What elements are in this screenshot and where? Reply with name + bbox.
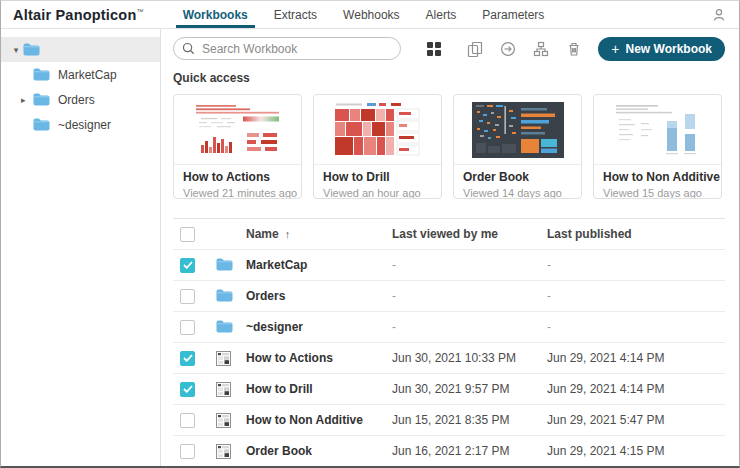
thumbnail-order-book <box>454 95 581 165</box>
user-account-icon[interactable] <box>711 7 727 23</box>
card-order-book[interactable]: Order Book Viewed 14 days ago <box>453 94 582 199</box>
new-workbook-label: New Workbook <box>626 42 712 56</box>
card-how-to-actions[interactable]: How to Actions Viewed 21 minutes ago <box>173 94 302 199</box>
folder-icon <box>33 118 50 131</box>
row-last-published: - <box>547 289 725 303</box>
card-viewed-time: Viewed an hour ago <box>323 187 432 199</box>
workbook-icon <box>216 413 231 428</box>
row-checkbox[interactable] <box>180 258 195 273</box>
delete-icon[interactable] <box>566 41 582 57</box>
caret-down-icon[interactable]: ▾ <box>9 45 23 55</box>
row-checkbox[interactable] <box>180 320 195 335</box>
thumbnail-how-to-drill <box>314 95 441 165</box>
table-row-how-to-drill[interactable]: How to Drill Jun 30, 2021 9:57 PM Jun 29… <box>173 374 725 405</box>
sidebar-item-marketcap[interactable]: MarketCap <box>1 62 160 87</box>
sort-ascending-icon[interactable]: ↑ <box>285 228 291 240</box>
row-name[interactable]: Order Book <box>246 444 392 458</box>
column-header-name[interactable]: Name↑ <box>246 227 392 241</box>
card-viewed-time: Viewed 14 days ago <box>463 187 572 199</box>
column-header-last-published[interactable]: Last published <box>547 227 725 241</box>
top-navigation-bar: Altair Panopticon™ Workbooks Extracts We… <box>1 1 739 29</box>
card-title: How to Actions <box>183 170 292 184</box>
row-name[interactable]: How to Non Additive <box>246 413 392 427</box>
quick-access-cards: How to Actions Viewed 21 minutes ago <box>173 94 725 199</box>
workbooks-table: Name↑ Last viewed by me Last published M… <box>173 218 725 467</box>
table-row-how-to-actions[interactable]: How to Actions Jun 30, 2021 10:33 PM Jun… <box>173 343 725 374</box>
table-row-orders[interactable]: Orders - - <box>173 281 725 312</box>
new-workbook-button[interactable]: + New Workbook <box>598 37 725 61</box>
toolbar-icon-group <box>426 41 582 57</box>
folder-icon <box>216 320 233 333</box>
main-nav-tabs: Workbooks Extracts Webhooks Alerts Param… <box>170 1 558 28</box>
row-name[interactable]: How to Actions <box>246 351 392 365</box>
table-row-how-to-non-additive[interactable]: How to Non Additive Jun 15, 2021 8:35 PM… <box>173 405 725 436</box>
row-name[interactable]: MarketCap <box>246 258 392 272</box>
row-checkbox[interactable] <box>180 351 195 366</box>
folder-icon <box>216 289 233 302</box>
row-checkbox[interactable] <box>180 382 195 397</box>
row-checkbox[interactable] <box>180 444 195 459</box>
row-name[interactable]: ~designer <box>246 320 392 334</box>
tab-parameters[interactable]: Parameters <box>469 1 557 28</box>
table-row-order-book[interactable]: Order Book Jun 16, 2021 2:17 PM Jun 29, … <box>173 436 725 467</box>
folder-icon <box>216 258 233 271</box>
row-last-published: - <box>547 258 725 272</box>
plus-icon: + <box>611 42 619 56</box>
row-last-viewed: Jun 30, 2021 9:57 PM <box>392 382 547 396</box>
row-name[interactable]: Orders <box>246 289 392 303</box>
thumbnail-how-to-non-additive <box>594 95 721 165</box>
sidebar-item-label: Orders <box>58 93 95 107</box>
workbook-icon <box>216 351 231 366</box>
card-title: How to Non Additive <box>603 170 712 184</box>
tab-extracts[interactable]: Extracts <box>261 1 330 28</box>
workbook-icon <box>216 382 231 397</box>
move-to-icon[interactable] <box>500 41 516 57</box>
row-last-viewed: - <box>392 258 547 272</box>
sidebar-item-root-folder[interactable]: ▾ <box>1 37 160 62</box>
folder-icon <box>33 93 50 106</box>
folder-tree-sidebar: ▾ MarketCap ▸ <box>1 29 161 467</box>
row-last-viewed: - <box>392 289 547 303</box>
search-input[interactable] <box>202 42 392 56</box>
row-name[interactable]: How to Drill <box>246 382 392 396</box>
trademark-symbol: ™ <box>136 8 143 15</box>
quick-access-section: Quick access <box>161 61 739 199</box>
row-last-published: - <box>547 320 725 334</box>
row-last-published: Jun 29, 2021 4:15 PM <box>547 444 725 458</box>
search-icon <box>182 42 195 55</box>
row-last-viewed: Jun 30, 2021 10:33 PM <box>392 351 547 365</box>
row-last-viewed: - <box>392 320 547 334</box>
caret-right-icon[interactable]: ▸ <box>21 95 33 105</box>
quick-access-title: Quick access <box>173 71 725 85</box>
tab-workbooks[interactable]: Workbooks <box>170 1 261 28</box>
row-last-viewed: Jun 16, 2021 2:17 PM <box>392 444 547 458</box>
folder-icon <box>23 43 40 56</box>
sidebar-item-label: ~designer <box>58 118 111 132</box>
tab-alerts[interactable]: Alerts <box>413 1 470 28</box>
workbooks-toolbar: + New Workbook <box>161 29 739 61</box>
table-header-row: Name↑ Last viewed by me Last published <box>173 219 725 250</box>
sidebar-item-label: MarketCap <box>58 68 117 82</box>
table-row-marketcap[interactable]: MarketCap - - <box>173 250 725 281</box>
table-row-designer[interactable]: ~designer - - <box>173 312 725 343</box>
copy-icon[interactable] <box>467 41 483 57</box>
row-checkbox[interactable] <box>180 413 195 428</box>
card-title: Order Book <box>463 170 572 184</box>
card-how-to-non-additive[interactable]: How to Non Additive Viewed 15 days ago <box>593 94 722 199</box>
hierarchy-icon[interactable] <box>533 41 549 57</box>
row-checkbox[interactable] <box>180 289 195 304</box>
app-logo-text: Altair Panopticon <box>13 7 136 23</box>
sidebar-item-orders[interactable]: ▸ Orders <box>1 87 160 112</box>
sidebar-item-designer[interactable]: ~designer <box>1 112 160 137</box>
column-header-last-viewed[interactable]: Last viewed by me <box>392 227 547 241</box>
tab-webhooks[interactable]: Webhooks <box>330 1 412 28</box>
select-all-checkbox[interactable] <box>180 227 195 242</box>
card-title: How to Drill <box>323 170 432 184</box>
workbooks-main-panel: + New Workbook Quick access <box>161 29 739 467</box>
grid-view-icon[interactable] <box>426 41 442 57</box>
thumbnail-how-to-actions <box>174 95 301 165</box>
card-how-to-drill[interactable]: How to Drill Viewed an hour ago <box>313 94 442 199</box>
card-viewed-time: Viewed 15 days ago <box>603 187 712 199</box>
workbook-icon <box>216 444 231 459</box>
row-last-published: Jun 29, 2021 4:14 PM <box>547 382 725 396</box>
